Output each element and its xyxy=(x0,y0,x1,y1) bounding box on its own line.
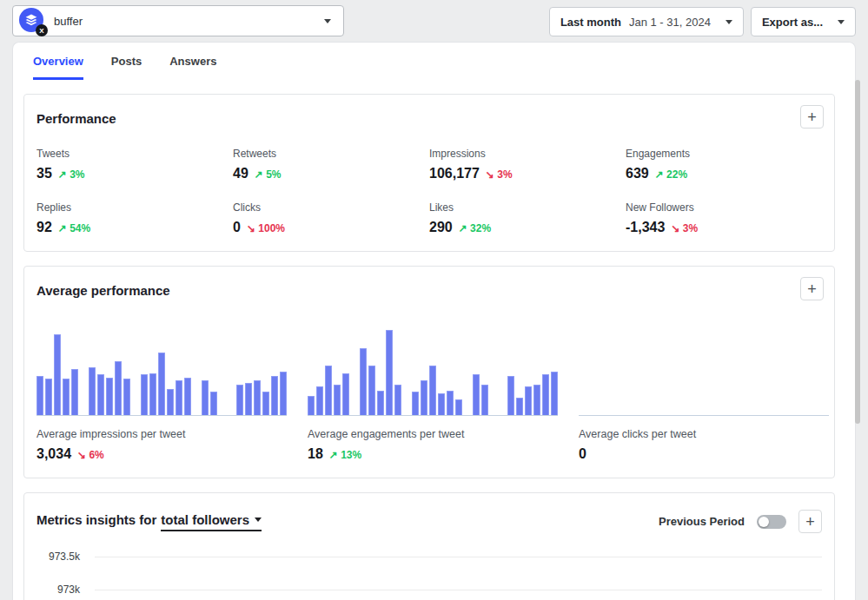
bar xyxy=(115,361,122,415)
bar xyxy=(551,372,558,415)
toggle-knob-icon xyxy=(759,517,769,527)
chevron-down-icon xyxy=(838,20,845,24)
bar xyxy=(280,372,287,415)
change-percent-down: ↘ 3% xyxy=(486,168,513,181)
topbar-actions: Last month Jan 1 - 31, 2024 Export as... xyxy=(549,7,856,36)
chart-summary-value: 3,034↘ 6% xyxy=(36,446,287,462)
metric-selector-dropdown[interactable]: total followers xyxy=(161,512,262,531)
bar xyxy=(245,383,252,415)
bar xyxy=(429,366,436,415)
previous-period-toggle[interactable] xyxy=(757,515,786,529)
metric-label: Retweets xyxy=(233,148,429,160)
metric-tweets: Tweets35↗ 3% xyxy=(36,148,233,181)
tabs: OverviewPostsAnswers xyxy=(13,43,855,80)
metric-value: 35↗ 3% xyxy=(36,166,233,181)
metric-number: 106,177 xyxy=(429,166,480,181)
metric-number: 290 xyxy=(429,220,453,235)
chart-summary-value: 0 xyxy=(579,446,829,462)
bar xyxy=(45,379,52,415)
metrics-insights-header: Metrics insights for total followers Pre… xyxy=(36,505,822,533)
bar xyxy=(438,393,445,415)
bar xyxy=(386,330,393,415)
metric-label: Tweets xyxy=(36,148,233,160)
change-percent-up: ↗ 3% xyxy=(58,168,85,181)
change-percent-up: ↗ 54% xyxy=(58,222,90,234)
change-percent-up: ↗ 13% xyxy=(329,449,361,461)
tab-overview[interactable]: Overview xyxy=(33,43,83,80)
add-widget-button[interactable]: + xyxy=(800,105,824,129)
bar xyxy=(421,380,427,415)
bar xyxy=(308,396,315,415)
metric-label: Impressions xyxy=(429,148,626,160)
account-name: buffer xyxy=(54,15,83,28)
chevron-down-icon xyxy=(255,518,262,522)
bar xyxy=(516,398,523,415)
metric-number: 35 xyxy=(36,166,52,181)
bar xyxy=(316,386,323,415)
metric-retweets: Retweets49↗ 5% xyxy=(233,148,429,181)
chevron-down-icon xyxy=(726,20,732,24)
main-panel: OverviewPostsAnswers Performance + Tweet… xyxy=(12,42,856,600)
performance-card-title: Performance xyxy=(36,107,822,126)
bar xyxy=(271,376,278,415)
bar xyxy=(507,376,514,415)
chart-label: Average clicks per tweet xyxy=(579,428,829,440)
bar xyxy=(202,380,209,415)
bar xyxy=(71,369,78,415)
bar xyxy=(533,385,540,415)
bar xyxy=(141,374,148,415)
metric-number: 92 xyxy=(36,220,52,235)
chart-column: Average engagements per tweet18↗ 13% xyxy=(308,329,558,462)
add-widget-button[interactable]: + xyxy=(800,277,824,300)
chart-grid-row: 973k xyxy=(36,573,822,600)
metric-clicks: Clicks0↘ 100% xyxy=(233,201,429,235)
metrics-insights-title-prefix: Metrics insights for xyxy=(36,512,156,527)
gridline xyxy=(95,557,822,557)
metric-label: Clicks xyxy=(233,201,429,214)
metric-value: 92↗ 54% xyxy=(36,220,233,235)
chart-column: Average clicks per tweet0 xyxy=(579,329,829,462)
bar xyxy=(123,379,130,415)
metric-new-followers: New Followers-1,343↘ 3% xyxy=(626,201,822,235)
date-range-value: Jan 1 - 31, 2024 xyxy=(629,16,711,29)
bar xyxy=(106,378,113,415)
bar xyxy=(54,334,61,415)
account-selector[interactable]: X buffer xyxy=(12,5,344,36)
bar xyxy=(176,380,182,415)
metric-likes: Likes290↗ 32% xyxy=(429,201,626,235)
change-percent-down: ↘ 6% xyxy=(77,449,104,461)
metric-value: 639↗ 22% xyxy=(626,166,822,181)
metric-impressions: Impressions106,177↘ 3% xyxy=(429,148,626,181)
performance-metrics-grid: Tweets35↗ 3%Retweets49↗ 5%Impressions106… xyxy=(36,148,822,235)
tab-answers[interactable]: Answers xyxy=(169,43,216,80)
metrics-insights-title: Metrics insights for total followers xyxy=(36,512,262,531)
chart-column: Average impressions per tweet3,034↘ 6% xyxy=(36,329,287,462)
previous-period-label: Previous Period xyxy=(659,515,745,528)
chevron-down-icon xyxy=(324,19,331,23)
chart-number: 18 xyxy=(308,446,323,462)
add-widget-button[interactable]: + xyxy=(798,510,822,533)
bar-chart xyxy=(36,329,287,416)
bar xyxy=(158,353,165,415)
metric-label: New Followers xyxy=(626,201,822,214)
metric-replies: Replies92↗ 54% xyxy=(36,201,233,235)
y-axis-tick-label: 973k xyxy=(36,584,95,596)
buffer-stack-icon xyxy=(24,13,38,27)
metric-number: -1,343 xyxy=(626,220,665,235)
topbar: X buffer Last month Jan 1 - 31, 2024 Exp… xyxy=(0,0,868,36)
metric-label: Replies xyxy=(36,201,233,214)
bar xyxy=(377,391,384,415)
vertical-scrollbar-thumb[interactable] xyxy=(855,80,860,424)
metric-value: 290↗ 32% xyxy=(429,220,626,235)
tab-posts[interactable]: Posts xyxy=(111,43,142,80)
selected-metric-label: total followers xyxy=(161,512,249,527)
bar xyxy=(325,366,332,415)
metrics-insights-controls: Previous Period + xyxy=(659,510,822,533)
metric-value: 49↗ 5% xyxy=(233,166,429,181)
bar xyxy=(368,366,375,415)
metric-value: 0↘ 100% xyxy=(233,220,429,235)
chart-label: Average impressions per tweet xyxy=(36,428,287,440)
date-range-selector[interactable]: Last month Jan 1 - 31, 2024 xyxy=(549,7,744,36)
export-button[interactable]: Export as... xyxy=(751,7,856,36)
chart-summary-value: 18↗ 13% xyxy=(308,446,558,462)
